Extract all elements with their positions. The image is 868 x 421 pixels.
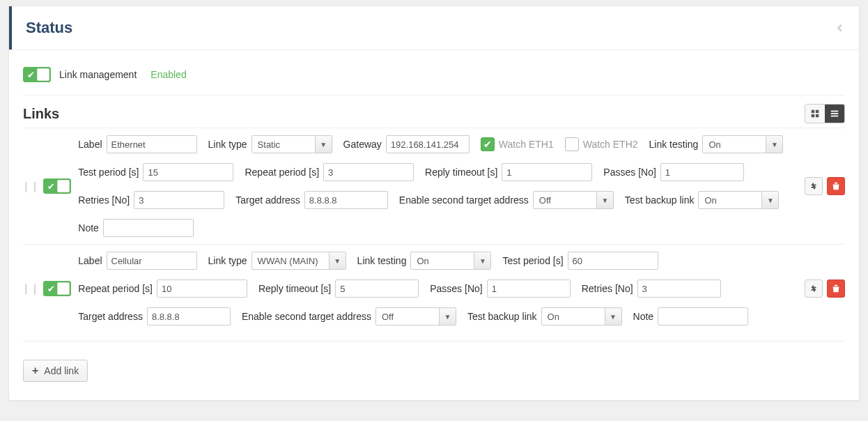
move-up-button[interactable] [805,177,823,195]
field-label: Repeat period [s] [78,283,153,294]
page-title: Status [26,19,72,37]
chevron-down-icon[interactable]: ▼ [474,252,490,269]
second-target-select[interactable]: Off ▼ [375,307,456,326]
chevron-down-icon[interactable]: ▼ [605,308,621,325]
label-input[interactable] [107,135,197,153]
view-list-icon[interactable] [825,105,844,123]
view-switch[interactable] [805,104,845,123]
watch-eth2-checkbox[interactable] [565,137,579,151]
field-label: Link testing [649,139,699,150]
link-enabled-toggle[interactable]: ✔ [43,178,71,194]
link-type-select[interactable]: Static ▼ [251,135,332,153]
drag-handle-icon[interactable]: | | [23,283,40,294]
plus-icon: + [32,365,38,377]
field-label: Note [633,311,654,322]
svg-rect-0 [812,110,814,113]
link-testing-select[interactable]: On ▼ [702,135,783,153]
panel-header: Status [9,6,859,49]
field-label: Test period [s] [78,167,139,178]
field-label: Test backup link [625,194,695,206]
field-label: Note [78,222,99,234]
link-enabled-toggle[interactable]: ✔ [43,281,71,296]
link-testing-select[interactable]: On ▼ [410,252,491,270]
retries-input[interactable] [637,280,721,298]
link-type-select[interactable]: WWAN (MAIN) ▼ [251,252,346,270]
repeat-period-input[interactable] [157,280,247,298]
watch-eth1-label: Watch ETH1 [499,139,554,150]
collapse-chevron-icon[interactable] [835,20,845,36]
link-management-row: ✔ Link management Enabled [23,63,845,86]
svg-rect-1 [816,110,819,113]
repeat-period-input[interactable] [323,163,414,181]
field-label: Reply timeout [s] [425,167,497,178]
reply-timeout-input[interactable] [335,280,419,298]
chevron-down-icon[interactable]: ▼ [761,192,778,208]
chevron-down-icon[interactable]: ▼ [315,136,332,153]
target-address-input[interactable] [304,191,388,209]
field-label: Target address [235,194,300,206]
retries-input[interactable] [134,191,224,209]
field-label: Retries [No] [78,194,130,206]
link-management-status: Enabled [150,69,186,80]
view-grid-icon[interactable] [805,105,825,123]
field-label: Passes [No] [603,167,656,178]
add-link-label: Add link [44,365,79,376]
test-period-input[interactable] [143,163,233,181]
divider [23,341,845,342]
svg-rect-5 [831,113,839,114]
chevron-down-icon[interactable]: ▼ [766,136,782,153]
delete-button[interactable] [827,177,845,195]
delete-button[interactable] [827,280,845,298]
field-label: Link type [208,255,247,266]
link-management-toggle[interactable]: ✔ [23,67,51,82]
link-row: | | ✔ Label Link type Static ▼ [23,128,845,244]
field-label: Enable second target address [399,194,529,206]
field-label: Repeat period [s] [245,167,319,178]
test-period-input[interactable] [568,252,658,270]
divider [23,95,845,95]
label-input[interactable] [107,252,197,270]
links-section-header: Links [23,104,845,123]
link-fields: Label Link type Static ▼ Gateway [78,135,792,237]
link-row: | | ✔ Label Link type WWAN (MAIN) ▼ [23,244,845,332]
links-title: Links [23,106,59,122]
move-up-button[interactable] [805,280,823,298]
field-label: Reply timeout [s] [258,283,331,294]
drag-handle-icon[interactable]: | | [23,181,40,192]
chevron-down-icon[interactable]: ▼ [329,252,346,269]
target-address-input[interactable] [147,307,231,326]
field-label: Enable second target address [242,311,371,322]
note-input[interactable] [658,307,748,326]
field-label: Label [78,255,102,266]
watch-eth2-label: Watch ETH2 [583,139,638,150]
field-label: Test backup link [467,311,537,322]
add-link-button[interactable]: + Add link [23,360,88,382]
svg-rect-2 [812,114,814,117]
reply-timeout-input[interactable] [502,163,592,181]
svg-rect-4 [831,111,839,112]
second-target-select[interactable]: Off ▼ [533,191,614,209]
chevron-down-icon[interactable]: ▼ [439,308,456,325]
field-label: Gateway [343,139,382,150]
field-label: Label [78,139,102,150]
panel-status: Status ✔ Link management Enabled Links [8,6,860,401]
field-label: Link type [208,139,247,150]
link-management-label: Link management [59,69,137,80]
svg-rect-3 [816,114,819,117]
note-input[interactable] [103,219,194,237]
field-label: Target address [78,311,143,322]
link-fields: Label Link type WWAN (MAIN) ▼ Link testi… [78,252,792,326]
field-label: Test period [s] [502,255,563,266]
gateway-input[interactable] [386,135,470,153]
chevron-down-icon[interactable]: ▼ [596,192,613,208]
watch-eth1-checkbox[interactable]: ✔ [481,137,495,151]
panel-body: ✔ Link management Enabled Links [9,49,859,400]
passes-input[interactable] [660,163,744,181]
field-label: Retries [No] [582,283,633,294]
test-backup-select[interactable]: On ▼ [698,191,779,209]
test-backup-select[interactable]: On ▼ [541,307,622,326]
field-label: Passes [No] [430,283,482,294]
field-label: Link testing [357,255,407,266]
svg-rect-6 [831,116,839,117]
passes-input[interactable] [487,280,571,298]
